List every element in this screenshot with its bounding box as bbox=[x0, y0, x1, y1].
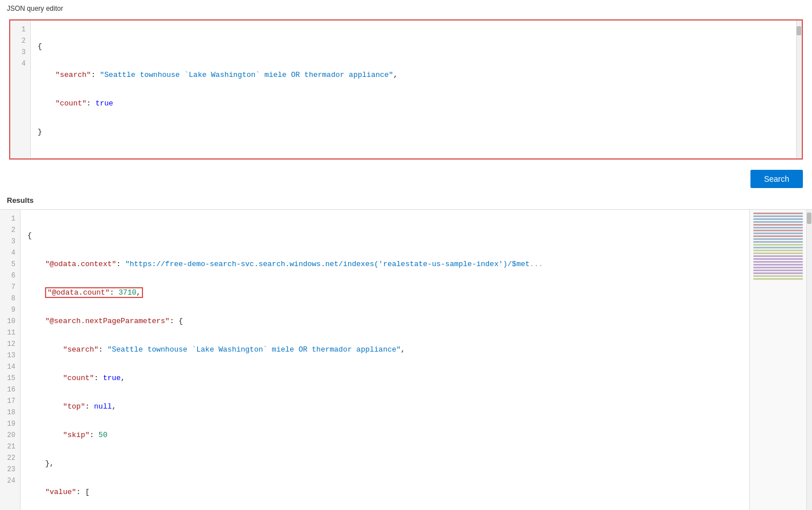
minimap-line bbox=[753, 221, 803, 223]
result-line-2: "@odata.context": "https://free-demo-sea… bbox=[27, 259, 742, 270]
results-section: Results 1 2 3 4 5 6 7 8 9 10 11 12 13 14… bbox=[0, 194, 812, 510]
minimap-line bbox=[753, 224, 803, 226]
results-code-content: { "@odata.context": "https://free-demo-s… bbox=[21, 210, 749, 510]
toolbar: Search bbox=[0, 164, 812, 194]
editor-scrollbar-thumb[interactable] bbox=[797, 26, 801, 35]
minimap-line bbox=[753, 247, 803, 248]
minimap-line bbox=[753, 267, 803, 268]
minimap-area bbox=[749, 210, 806, 510]
minimap-line bbox=[753, 215, 803, 217]
minimap-line bbox=[753, 264, 803, 266]
editor-section: JSON query editor 1 2 3 4 { "search": "S… bbox=[0, 0, 812, 160]
editor-line-3: "count": true bbox=[38, 98, 789, 109]
minimap-line bbox=[753, 261, 803, 263]
editor-line-2: "search": "Seattle townhouse `Lake Washi… bbox=[38, 70, 789, 81]
result-line-10: "value": [ bbox=[27, 487, 742, 498]
minimap-line bbox=[753, 238, 803, 240]
minimap-line bbox=[753, 275, 803, 277]
minimap-line bbox=[753, 252, 803, 254]
results-code-area: 1 2 3 4 5 6 7 8 9 10 11 12 13 14 15 16 1… bbox=[0, 210, 749, 510]
editor-label: JSON query editor bbox=[0, 0, 812, 15]
minimap-line bbox=[753, 250, 803, 251]
search-button[interactable]: Search bbox=[750, 170, 803, 188]
minimap-line bbox=[753, 213, 803, 214]
minimap-line bbox=[753, 232, 803, 234]
results-container: 1 2 3 4 5 6 7 8 9 10 11 12 13 14 15 16 1… bbox=[0, 209, 812, 510]
result-line-1: { bbox=[27, 230, 742, 242]
results-label: Results bbox=[0, 194, 812, 207]
editor-code-content[interactable]: { "search": "Seattle townhouse `Lake Was… bbox=[31, 21, 796, 158]
editor-scrollbar[interactable] bbox=[796, 21, 802, 158]
minimap-line bbox=[753, 235, 803, 237]
minimap-line bbox=[753, 218, 803, 220]
editor-code-area: 1 2 3 4 { "search": "Seattle townhouse `… bbox=[10, 21, 802, 158]
minimap-line bbox=[753, 241, 803, 243]
result-line-6: "count": true, bbox=[27, 373, 742, 384]
minimap-line bbox=[753, 230, 803, 231]
editor-line-numbers: 1 2 3 4 bbox=[10, 21, 31, 158]
results-line-numbers: 1 2 3 4 5 6 7 8 9 10 11 12 13 14 15 16 1… bbox=[0, 210, 21, 510]
result-line-5: "search": "Seattle townhouse `Lake Washi… bbox=[27, 344, 742, 356]
minimap-line bbox=[753, 278, 803, 280]
editor-line-1: { bbox=[38, 41, 789, 52]
minimap-content bbox=[750, 210, 806, 510]
minimap-line bbox=[753, 272, 803, 274]
result-line-9: }, bbox=[27, 458, 742, 470]
result-line-8: "skip": 50 bbox=[27, 430, 742, 441]
results-scrollbar[interactable] bbox=[806, 210, 812, 510]
minimap-line bbox=[753, 255, 803, 257]
results-scrollbar-thumb[interactable] bbox=[807, 213, 811, 224]
editor-line-4: } bbox=[38, 127, 789, 138]
editor-container[interactable]: 1 2 3 4 { "search": "Seattle townhouse `… bbox=[9, 19, 803, 160]
result-line-4: "@search.nextPageParameters": { bbox=[27, 316, 742, 327]
minimap-line bbox=[753, 270, 803, 271]
minimap-line bbox=[753, 227, 803, 229]
result-line-3: "@odata.count": 3710, bbox=[27, 287, 742, 299]
result-line-7: "top": null, bbox=[27, 401, 742, 413]
minimap-line bbox=[753, 244, 803, 246]
minimap-line bbox=[753, 258, 803, 260]
